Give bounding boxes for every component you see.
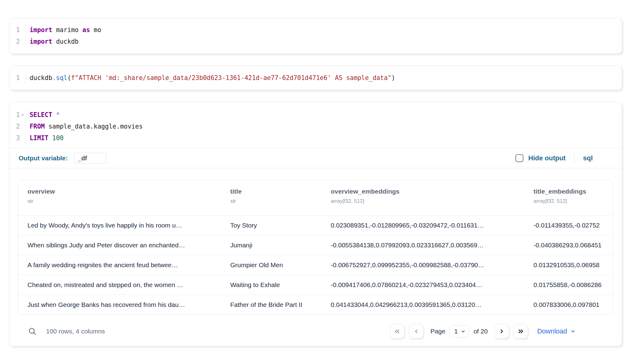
code-line[interactable]: FROM sample_data.kaggle.movies <box>30 121 622 132</box>
hide-output-label: Hide output <box>528 154 566 162</box>
line-number: 1 <box>16 26 20 34</box>
column-header[interactable]: overview_embeddings array[f32, 512] <box>321 187 524 204</box>
hide-output-checkbox[interactable] <box>515 154 523 162</box>
first-page-button[interactable] <box>390 324 405 339</box>
line-number-gutter: 1 2 3 <box>9 109 26 144</box>
output-variable-bar: Output variable: Hide output sql <box>9 148 622 168</box>
row-count-status: 100 rows, 4 columns <box>46 328 105 335</box>
code-editor[interactable]: 1 2 3 SELECT * FROM sample_data.kaggle.m… <box>9 102 622 148</box>
divider <box>574 153 574 163</box>
sql-cell-movies: 1 2 3 SELECT * FROM sample_data.kaggle.m… <box>9 102 622 346</box>
download-button[interactable]: Download <box>537 327 576 335</box>
table-header-row: overview str title str overview_embeddin… <box>18 180 613 215</box>
page-label: Page <box>430 328 445 335</box>
table-row[interactable]: When siblings Judy and Peter discover an… <box>18 235 613 255</box>
page-select-value: 1 <box>454 328 458 335</box>
code-editor[interactable]: 1 2 import marimo as mo import duckdb <box>9 18 622 53</box>
chevron-down-icon <box>460 329 466 334</box>
table-row[interactable]: Just when George Banks has recovered fro… <box>18 295 613 315</box>
line-number: 2 <box>16 38 20 45</box>
code-line[interactable]: SELECT * <box>30 109 622 121</box>
code-line[interactable]: duckdb.sql(f"ATTACH 'md:_share/sample_da… <box>30 72 622 84</box>
line-number-gutter: 1 <box>9 72 26 84</box>
line-number-gutter: 1 2 <box>9 24 26 47</box>
table-row[interactable]: A family wedding reignites the ancient f… <box>18 255 613 275</box>
page-count-label: of 20 <box>473 328 488 335</box>
column-header[interactable]: title str <box>221 187 321 204</box>
code-line[interactable]: LIMIT 100 <box>30 132 622 144</box>
search-icon[interactable] <box>28 327 37 336</box>
dataframe-table: overview str title str overview_embeddin… <box>18 180 613 315</box>
table-row[interactable]: Cheated on, mistreated and stepped on, t… <box>18 275 613 295</box>
code-line[interactable]: import marimo as mo <box>30 24 622 36</box>
line-number: 3 <box>16 134 20 142</box>
cell-output: overview str title str overview_embeddin… <box>9 168 622 346</box>
output-variable-input[interactable] <box>74 153 106 164</box>
line-number: 2 <box>16 123 20 130</box>
column-header[interactable]: title_embeddings array[f32, 512] <box>524 187 613 204</box>
line-number: 1 <box>16 111 20 118</box>
language-badge[interactable]: sql <box>583 154 593 162</box>
line-number: 1 <box>16 74 20 82</box>
download-label: Download <box>537 327 567 335</box>
chevron-down-icon <box>570 329 576 334</box>
code-cell-imports: 1 2 import marimo as mo import duckdb <box>9 18 622 54</box>
previous-page-button[interactable] <box>409 324 424 339</box>
fold-arrow-icon[interactable] <box>20 113 26 117</box>
column-header[interactable]: overview str <box>18 187 221 204</box>
page-select[interactable]: 1 <box>450 325 469 337</box>
last-page-button[interactable] <box>513 324 528 339</box>
code-cell-attach: 1 duckdb.sql(f"ATTACH 'md:_share/sample_… <box>9 66 622 90</box>
code-editor[interactable]: 1 duckdb.sql(f"ATTACH 'md:_share/sample_… <box>9 66 622 90</box>
output-variable-label: Output variable: <box>19 155 68 162</box>
table-footer: 100 rows, 4 columns Page 1 of 20 Downloa… <box>18 315 613 339</box>
code-line[interactable]: import duckdb <box>30 36 622 47</box>
next-page-button[interactable] <box>494 324 509 339</box>
table-row[interactable]: Led by Woody, Andy's toys live happily i… <box>18 215 613 235</box>
